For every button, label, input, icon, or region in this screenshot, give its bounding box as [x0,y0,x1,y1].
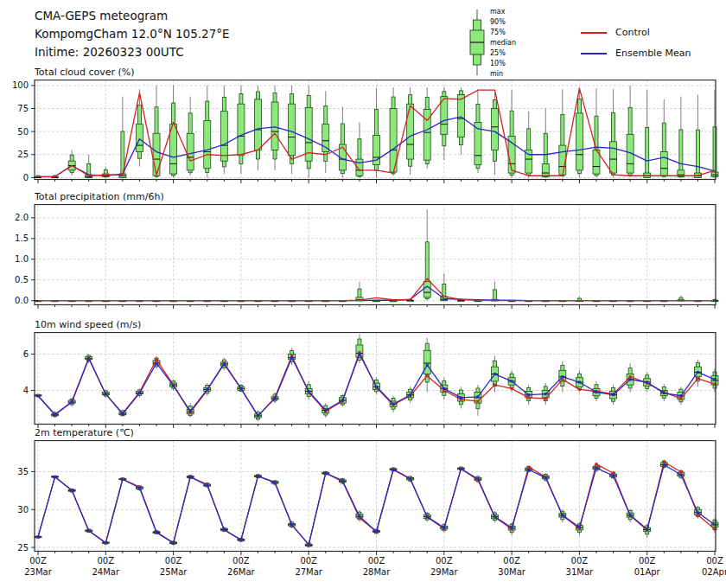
legend-ensemble-mean-label: Ensemble Mean [615,48,691,59]
ensemble-mean-line-swatch-icon [581,53,607,54]
legend-control-label: Control [615,27,650,38]
svg-text:25: 25 [17,150,29,159]
svg-text:4: 4 [23,386,29,395]
precipitation-chart: 2.01.51.00.50.0 [0,204,723,313]
legend-box-label: 75% [490,29,506,36]
svg-text:30: 30 [17,505,29,514]
legend-box-label: 10% [490,60,506,67]
x-tick-label: 00Z 24Mar [92,555,120,578]
cloud-cover-chart: 1007550250 [0,80,723,188]
x-tick-label: 00Z 29Mar [430,555,458,578]
legend-box-label: median [490,39,516,47]
header-title: CMA-GEPS meteogram [35,7,230,25]
control-line-swatch-icon [581,32,607,34]
legend-box-label: min [490,70,503,78]
svg-text:0.5: 0.5 [15,275,29,284]
legend-box-label: 90% [490,18,506,26]
boxplot-glyph-icon [470,10,484,75]
svg-text:6: 6 [23,349,29,359]
x-tick-label: 00Z 26Mar [227,555,255,578]
x-tick-label: 00Z 23Mar [24,555,52,578]
svg-text:1.0: 1.0 [15,254,29,264]
panel-title-cloud-cover: Total cloud cover (%) [35,67,135,78]
svg-text:50: 50 [17,127,29,137]
svg-text:100: 100 [12,80,29,90]
svg-text:1.5: 1.5 [15,233,29,243]
x-tick-label: 00Z 31Mar [566,555,594,578]
legend-entry-ensemble-mean: Ensemble Mean [581,48,691,59]
svg-text:0.0: 0.0 [15,296,29,305]
svg-text:25: 25 [17,543,29,553]
x-tick-label: 00Z 27Mar [295,555,322,578]
svg-text:2.0: 2.0 [15,213,29,222]
x-tick-label: 00Z 30Mar [498,555,525,578]
header: CMA-GEPS meteogram KompomgCham 12.0°N 10… [35,7,230,61]
legend-box-label: 25% [490,49,506,57]
x-tick-label: 00Z 28Mar [363,555,391,578]
svg-text:0: 0 [23,173,29,182]
header-inittime: Initime: 20260323 00UTC [35,43,230,61]
x-tick-label: 00Z 01Apr [634,555,660,578]
legend-box-label: max [490,8,506,16]
legend-entry-control: Control [581,27,650,38]
svg-text:75: 75 [17,104,29,113]
boxplot-legend: max 90% 75% median 25% 10% min [463,3,576,83]
panel-title-wind-speed: 10m wind speed (m/s) [35,319,141,330]
svg-text:35: 35 [17,467,29,476]
wind-speed-chart: 64 [0,332,723,432]
panel-title-precipitation: Total precipitation (mm/6h) [35,191,164,202]
meteogram-figure: CMA-GEPS meteogram KompomgCham 12.0°N 10… [0,0,726,588]
header-location: KompomgCham 12.0°N 105.27°E [35,25,230,43]
temperature-chart: 353025 [0,440,723,559]
x-axis-labels: 00Z 23Mar00Z 24Mar00Z 25Mar00Z 26Mar00Z … [0,555,726,581]
x-tick-label: 00Z 02Apr [702,555,726,578]
x-tick-label: 00Z 25Mar [160,555,188,578]
